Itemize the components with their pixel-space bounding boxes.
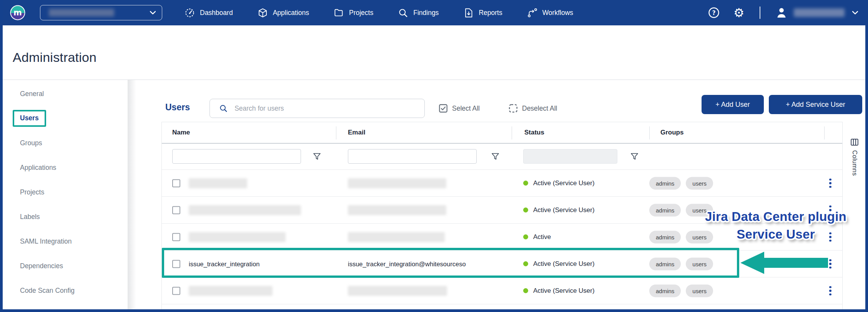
- status-label: Active (Service User): [533, 260, 595, 268]
- person-icon[interactable]: [775, 6, 788, 19]
- nav-item-projects[interactable]: Projects: [334, 8, 373, 18]
- group-chip: users: [686, 257, 713, 270]
- row-actions-kebab[interactable]: [828, 284, 833, 297]
- magnifier-icon: [398, 8, 408, 18]
- column-header-name[interactable]: Name: [172, 129, 190, 136]
- org-selector-dropdown[interactable]: [40, 5, 162, 20]
- status-label: Active (Service User): [533, 179, 595, 187]
- nav-item-workflows[interactable]: Workflows: [527, 8, 573, 18]
- nav-item-applications[interactable]: Applications: [258, 8, 309, 18]
- status-filter-input[interactable]: [523, 149, 617, 164]
- username-redacted: [794, 8, 845, 17]
- help-icon[interactable]: ?: [708, 7, 720, 18]
- user-search: [210, 99, 425, 118]
- sidebar-item-groups[interactable]: Groups: [3, 131, 128, 155]
- header-separator: [336, 126, 336, 139]
- nav-item-label: Workflows: [542, 9, 573, 17]
- page-title: Administration: [13, 50, 96, 65]
- dashed-square-icon: [508, 103, 518, 113]
- sidebar-item-applications[interactable]: Applications: [3, 155, 128, 180]
- status-cell: Active (Service User): [523, 179, 595, 187]
- redacted-email: [348, 178, 446, 188]
- svg-text:m: m: [13, 8, 22, 17]
- row-checkbox[interactable]: [172, 206, 180, 214]
- gear-icon[interactable]: ⚙: [733, 7, 744, 19]
- callout-arrow-icon: [740, 252, 828, 274]
- group-chip: admins: [649, 204, 681, 216]
- status-dot: [523, 288, 528, 293]
- checked-checkbox-icon: [438, 103, 448, 113]
- redacted-name: [189, 178, 247, 188]
- nav-divider: [760, 7, 760, 19]
- sidebar-item-dependencies[interactable]: Dependencies: [3, 254, 128, 278]
- deselect-all-button[interactable]: Deselect All: [508, 103, 557, 114]
- header-separator: [824, 126, 825, 139]
- nav-item-dashboard[interactable]: Dashboard: [185, 8, 233, 18]
- report-doc-icon: [463, 8, 474, 18]
- org-selector-redacted-value: [49, 9, 114, 17]
- gauge-icon: [185, 8, 195, 18]
- group-chip: admins: [649, 177, 681, 189]
- email-filter-input[interactable]: [348, 149, 477, 164]
- nav-item-label: Applications: [273, 9, 309, 17]
- cube-icon: [258, 8, 268, 18]
- sidebar-item-labels[interactable]: Labels: [3, 204, 128, 229]
- column-header-status[interactable]: Status: [524, 129, 544, 136]
- status-label: Active: [533, 233, 551, 241]
- row-actions-kebab[interactable]: [828, 177, 833, 189]
- name-filter-input[interactable]: [172, 149, 301, 164]
- sidebar-item-users[interactable]: Users: [3, 106, 128, 131]
- top-nav: m Dashboard Applicatio: [0, 0, 868, 25]
- columns-tab-label: Columns: [851, 150, 858, 176]
- nav-item-reports[interactable]: Reports: [463, 8, 502, 18]
- sidebar-item-general[interactable]: General: [3, 81, 128, 106]
- sidebar-item-code-scan-config[interactable]: Code Scan Config: [3, 278, 128, 303]
- row-actions-kebab[interactable]: [828, 257, 833, 270]
- status-dot: [523, 207, 528, 212]
- nav-item-label: Projects: [349, 9, 373, 17]
- filter-funnel-icon[interactable]: [630, 152, 639, 161]
- column-header-groups[interactable]: Groups: [660, 129, 683, 136]
- workflow-icon: [527, 8, 537, 18]
- row-checkbox[interactable]: [172, 233, 180, 241]
- table-row: Active (Service User) admins users: [162, 169, 842, 196]
- admin-sidebar: General Users Groups Applications Projec…: [3, 80, 128, 309]
- group-chip: admins: [649, 231, 681, 243]
- filter-funnel-icon[interactable]: [491, 152, 500, 161]
- row-separator: [162, 304, 842, 304]
- group-chip: users: [686, 177, 713, 189]
- select-all-button[interactable]: Select All: [438, 103, 480, 114]
- sidebar-item-projects[interactable]: Projects: [3, 180, 128, 204]
- redacted-email: [348, 286, 447, 296]
- svg-text:?: ?: [712, 10, 716, 17]
- chevron-down-icon[interactable]: [852, 11, 858, 15]
- deselect-all-label: Deselect All: [522, 105, 557, 113]
- status-cell: Active: [523, 233, 551, 241]
- status-dot: [523, 261, 528, 266]
- add-service-user-button[interactable]: + Add Service User: [769, 95, 862, 114]
- nav-item-label: Dashboard: [200, 9, 233, 17]
- status-cell: Active (Service User): [523, 260, 595, 268]
- status-dot: [523, 234, 528, 239]
- row-checkbox[interactable]: [172, 260, 180, 268]
- nav-item-label: Findings: [413, 9, 439, 17]
- sidebar-item-saml-integration[interactable]: SAML Integration: [3, 229, 128, 254]
- groups-cell: admins users: [649, 177, 713, 189]
- annotation-line-2: Service User: [690, 226, 861, 243]
- callout-annotation: Jira Data Center plugin Service User: [690, 208, 861, 243]
- user-name: issue_tracker_integration: [189, 260, 259, 267]
- users-highlight-box: Users: [13, 110, 46, 127]
- group-chip: admins: [649, 284, 681, 297]
- nav-item-findings[interactable]: Findings: [398, 8, 439, 18]
- row-checkbox[interactable]: [172, 287, 180, 295]
- column-header-email[interactable]: Email: [348, 129, 365, 136]
- redacted-email: [348, 205, 446, 215]
- add-user-button[interactable]: + Add User: [702, 95, 764, 114]
- filter-funnel-icon[interactable]: [313, 152, 321, 161]
- mend-logo-icon[interactable]: m: [10, 5, 25, 20]
- row-checkbox[interactable]: [172, 179, 180, 187]
- header-separator: [512, 126, 512, 139]
- status-cell: Active (Service User): [523, 206, 595, 214]
- search-input[interactable]: [234, 105, 417, 113]
- status-cell: Active (Service User): [523, 287, 595, 295]
